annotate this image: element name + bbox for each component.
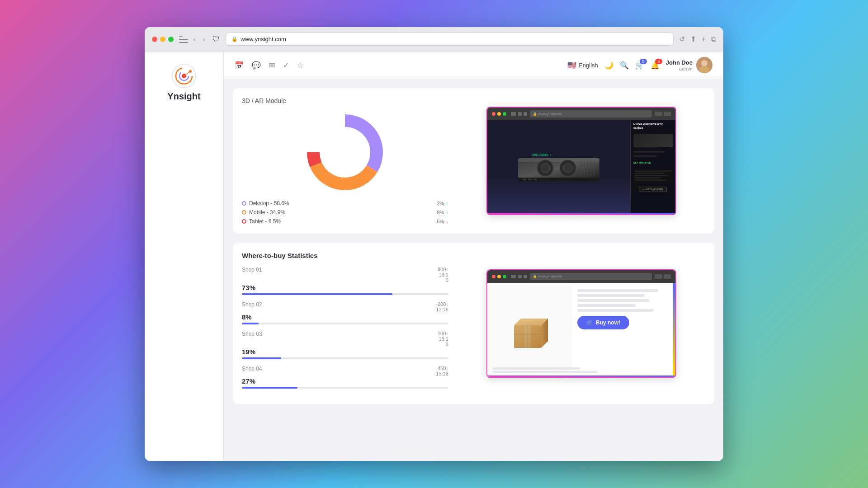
wtb-right: ‹ › 🔒 www.ynsight.io xyxy=(458,252,705,395)
tablet-legend-dot xyxy=(242,219,246,224)
ar-browser-mockup: ‹ › 🔒 www.ynsight.io xyxy=(486,107,676,215)
shop-04-value: -450↓ xyxy=(436,366,448,371)
ar-module-card: 3D / AR Module xyxy=(233,88,714,234)
minimize-dot[interactable] xyxy=(160,37,165,42)
m-close-dot xyxy=(492,112,495,116)
legend: Dekstop - 58.6% 2% ↑ xyxy=(242,200,448,225)
desktop-change: 2% xyxy=(437,201,444,206)
gpu-panel-block xyxy=(633,169,673,183)
shop-04-name: Shop 04 xyxy=(242,366,262,372)
sidebar: Ynsight xyxy=(145,52,224,461)
shop-02-time: 13:16 xyxy=(436,307,448,312)
product-display-area xyxy=(487,283,572,377)
app-header: 📅 💬 ✉ ✓ ☆ 🇺🇸 English 🌙 🔍 🛒 5 xyxy=(224,52,723,79)
tabs-button[interactable]: ⧉ xyxy=(711,35,716,43)
ar-module-right: ‹ › 🔒 www.ynsight.io xyxy=(458,97,705,225)
gpu-info-panel: NVIDIA GEFORCE RTX SERIES GET AMPLIFIED xyxy=(630,120,675,214)
svg-rect-28 xyxy=(533,178,537,180)
mail-icon[interactable]: ✉ xyxy=(269,61,275,70)
shop-03-name: Shop 03 xyxy=(242,331,262,337)
donut-container: Dekstop - 58.6% 2% ↑ xyxy=(242,112,448,225)
app-content: Ynsight 📅 💬 ✉ ✓ ☆ 🇺🇸 English xyxy=(145,52,723,461)
refresh-button[interactable]: ↺ xyxy=(679,35,685,43)
avatar[interactable] xyxy=(696,57,712,73)
svg-point-18 xyxy=(563,164,572,173)
sidebar-toggle-icon[interactable] xyxy=(179,36,188,43)
language-selector[interactable]: 🇺🇸 English xyxy=(567,61,598,70)
svg-rect-34 xyxy=(524,325,531,348)
m-min-dot xyxy=(497,112,501,116)
browser-actions: ⬆ + ⧉ xyxy=(690,35,716,43)
share-button[interactable]: ⬆ xyxy=(690,35,696,43)
wm-min-dot xyxy=(497,275,501,278)
star-icon[interactable]: ☆ xyxy=(297,61,303,70)
wtb-card: Where-to-buy Statistics Shop 01 800↑ 13:… xyxy=(233,243,714,404)
wtb-action-2 xyxy=(664,274,671,279)
cart-button[interactable]: 🛒 5 xyxy=(635,61,644,70)
shop-item-04: Shop 04 -450↓ 13:16 27% xyxy=(242,366,448,389)
gpu-panel-line-2 xyxy=(633,155,657,157)
ar-module-title: 3D / AR Module xyxy=(242,97,448,104)
buy-now-button[interactable]: 🛒 Buy now! xyxy=(577,316,629,329)
mockup-action-2 xyxy=(664,112,671,116)
header-left: 📅 💬 ✉ ✓ ☆ xyxy=(235,61,303,70)
mockup-body: CONFIGURED > NVIDIA GEFO xyxy=(487,120,675,214)
get-amplified-label: GET AMPLIFIED xyxy=(633,161,673,164)
shop-04-bar-track xyxy=(242,387,448,389)
maximize-dot[interactable] xyxy=(168,37,174,42)
new-tab-button[interactable]: + xyxy=(702,35,706,43)
main-content: 📅 💬 ✉ ✓ ☆ 🇺🇸 English 🌙 🔍 🛒 5 xyxy=(224,52,723,461)
desktop-label: Dekstop - 58.6% xyxy=(249,200,289,206)
back-button[interactable]: ‹ xyxy=(192,35,198,44)
browser-dots xyxy=(152,37,174,42)
logo-container: Ynsight xyxy=(167,62,200,102)
forward-button[interactable]: › xyxy=(201,35,207,44)
cart-badge: 5 xyxy=(640,59,647,64)
search-button[interactable]: 🔍 xyxy=(620,61,629,70)
wtb-mockup-chrome: ‹ › 🔒 www.ynsight.io xyxy=(487,270,675,283)
svg-rect-14 xyxy=(518,158,599,162)
flag-icon: 🇺🇸 xyxy=(567,61,576,70)
shop-02-bar-track xyxy=(242,323,448,324)
svg-text:CONFIGURED >: CONFIGURED > xyxy=(532,153,552,156)
shop-04-bar-fill xyxy=(242,387,297,389)
info-line-5 xyxy=(577,309,654,312)
page-body: 3D / AR Module xyxy=(224,79,723,461)
shop-03-value: 100↑ xyxy=(438,331,448,336)
wtb-mockup-url: 🔒 www.ynsight.io xyxy=(530,273,652,280)
info-line-2 xyxy=(577,294,645,297)
buy-now-label: Buy now! xyxy=(596,319,620,326)
url-bar[interactable]: 🔒 www.ynsight.com xyxy=(226,33,673,46)
browser-chrome: ‹ › 🛡 🔒 www.ynsight.com ↺ ⬆ + ⧉ xyxy=(145,27,723,52)
wtb-title: Where-to-buy Statistics xyxy=(242,252,448,259)
ar-module-left: 3D / AR Module xyxy=(242,97,448,225)
cart-icon: 🛒 xyxy=(586,319,593,326)
svg-point-16 xyxy=(541,164,550,173)
shop-01-time: 13:1 xyxy=(438,272,448,277)
shop-01-value: 800↑ xyxy=(438,267,448,272)
dark-mode-button[interactable]: 🌙 xyxy=(604,61,613,70)
mockup-action-1 xyxy=(655,112,662,116)
language-label: English xyxy=(579,62,598,69)
get-amplified-btn[interactable]: — GET AMPLIFIED xyxy=(639,187,667,192)
m-max-dot xyxy=(503,112,506,116)
shop-02-pct: 8% xyxy=(242,313,448,321)
browser-window: ‹ › 🛡 🔒 www.ynsight.com ↺ ⬆ + ⧉ xyxy=(145,27,723,461)
shop-01-extra: 0 xyxy=(438,277,448,283)
chat-icon[interactable]: 💬 xyxy=(252,61,261,70)
notifications-button[interactable]: 🔔 3 xyxy=(651,61,660,70)
mobile-change: 8% xyxy=(437,210,444,215)
wtb-bottom-accent xyxy=(487,375,675,377)
url-text: www.ynsight.com xyxy=(241,36,286,42)
user-name: John Doe xyxy=(666,59,693,66)
info-line-4 xyxy=(577,304,636,307)
shield-icon: 🛡 xyxy=(212,35,220,43)
shop-01-bar-track xyxy=(242,293,448,295)
mobile-label: Mobile - 34.9% xyxy=(249,209,285,216)
user-text: John Doe admin xyxy=(666,59,693,71)
calendar-icon[interactable]: 📅 xyxy=(235,61,244,70)
logo-text: Ynsight xyxy=(167,91,200,102)
close-dot[interactable] xyxy=(152,37,157,42)
task-icon[interactable]: ✓ xyxy=(283,61,289,70)
desktop-trend-icon: ↑ xyxy=(446,201,448,206)
